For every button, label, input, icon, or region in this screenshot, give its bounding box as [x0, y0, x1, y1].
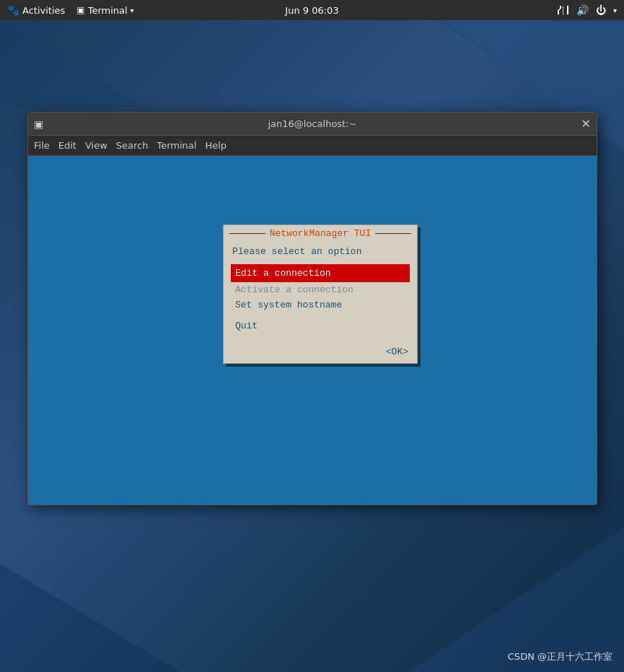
- terminal-menubar: File Edit View Search Terminal Help: [28, 136, 597, 156]
- topbar: 🐾 Activities ▣ Terminal ▾ Jun 9 06:03 ⛙ …: [0, 0, 624, 20]
- watermark-text: CSDN @正月十六工作室: [508, 651, 612, 662]
- terminal-window: ▣ jan16@localhost:~ ✕ File Edit View Sea…: [27, 112, 597, 505]
- activities-label: Activities: [22, 5, 65, 16]
- nmtui-title: NetworkManager TUI: [270, 228, 371, 239]
- network-icon[interactable]: ⛙: [558, 4, 569, 17]
- nmtui-dialog: NetworkManager TUI Please select an opti…: [223, 224, 418, 364]
- menu-help[interactable]: Help: [205, 140, 227, 151]
- datetime-text: Jun 9 06:03: [285, 5, 338, 16]
- topbar-datetime: Jun 9 06:03: [285, 5, 338, 16]
- nmtui-options: Edit a connection Activate a connection …: [224, 261, 417, 342]
- menu-edit[interactable]: Edit: [58, 140, 76, 151]
- nmtui-option-set-hostname[interactable]: Set system hostname: [232, 297, 408, 313]
- menu-search[interactable]: Search: [116, 140, 149, 151]
- power-icon[interactable]: ⏻: [596, 4, 606, 16]
- terminal-titlebar-icon: ▣: [34, 118, 43, 130]
- topbar-terminal-label: Terminal: [88, 5, 128, 16]
- title-line-left: [229, 233, 265, 234]
- terminal-body[interactable]: NetworkManager TUI Please select an opti…: [28, 156, 597, 505]
- topbar-right: ⛙ 🔊 ⏻ ▾: [558, 4, 617, 17]
- menu-terminal[interactable]: Terminal: [157, 140, 196, 151]
- nmtui-option-quit[interactable]: Quit: [232, 318, 408, 333]
- nmtui-ok-label: <OK>: [386, 346, 408, 357]
- nmtui-subtitle: Please select an option: [224, 242, 417, 261]
- power-dropdown-icon[interactable]: ▾: [613, 6, 617, 14]
- terminal-titlebar: ▣ jan16@localhost:~ ✕: [28, 113, 597, 136]
- topbar-left: 🐾 Activities ▣ Terminal ▾: [7, 4, 134, 16]
- nmtui-ok-button[interactable]: <OK>: [224, 342, 417, 363]
- desktop: 🐾 Activities ▣ Terminal ▾ Jun 9 06:03 ⛙ …: [0, 0, 624, 672]
- terminal-topbar-icon: ▣: [76, 5, 84, 15]
- watermark: CSDN @正月十六工作室: [508, 650, 612, 663]
- menu-view[interactable]: View: [85, 140, 107, 151]
- title-line-right: [375, 233, 411, 234]
- menu-file[interactable]: File: [34, 140, 50, 151]
- nmtui-option-edit-connection[interactable]: Edit a connection: [232, 266, 408, 281]
- terminal-close-button[interactable]: ✕: [581, 118, 591, 130]
- nmtui-title-bar: NetworkManager TUI: [224, 225, 417, 242]
- topbar-terminal-menu[interactable]: ▣ Terminal ▾: [76, 5, 133, 16]
- gnome-icon: 🐾: [7, 4, 19, 16]
- nmtui-option-activate-connection[interactable]: Activate a connection: [232, 282, 408, 297]
- volume-icon[interactable]: 🔊: [576, 4, 589, 16]
- activities-button[interactable]: 🐾 Activities: [7, 4, 65, 16]
- selected-row-wrapper: Edit a connection: [231, 264, 410, 282]
- terminal-title: jan16@localhost:~: [268, 118, 357, 129]
- decoration-tri2: [0, 20, 144, 107]
- dropdown-arrow-icon: ▾: [131, 6, 134, 14]
- decoration-tri4: [0, 564, 180, 672]
